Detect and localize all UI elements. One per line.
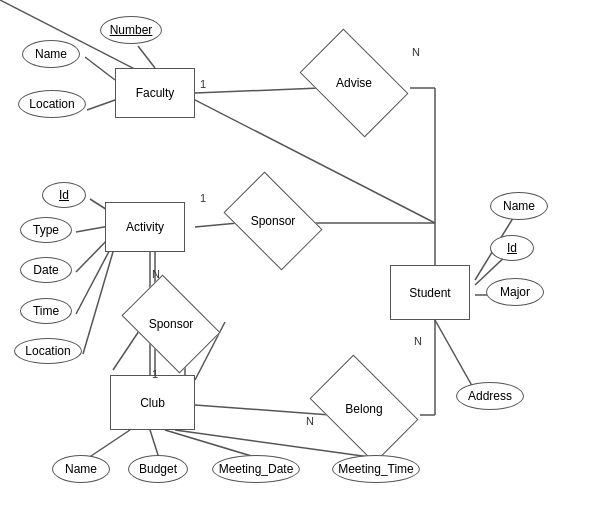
activity-label: Activity	[126, 220, 164, 234]
activity-location-ellipse: Location	[14, 338, 82, 364]
activity-type-ellipse: Type	[20, 217, 72, 243]
cardinality-n-club-belong: N	[306, 415, 314, 427]
svg-line-11	[83, 245, 115, 354]
club-name-label: Name	[65, 462, 97, 476]
activity-date-ellipse: Date	[20, 257, 72, 283]
faculty-location-ellipse: Location	[18, 90, 86, 118]
club-budget-ellipse: Budget	[128, 455, 188, 483]
sponsor-diamond-1-label: Sponsor	[251, 214, 296, 228]
svg-line-1	[85, 57, 115, 80]
svg-line-3	[195, 88, 320, 93]
club-meeting-date-label: Meeting_Date	[219, 462, 294, 476]
cardinality-1-faculty-advise: 1	[200, 78, 206, 90]
cardinality-1-activity-sponsor: 1	[200, 192, 206, 204]
faculty-number-label: Number	[110, 23, 153, 37]
sponsor-diamond-2-label: Sponsor	[149, 317, 194, 331]
student-id-ellipse: Id	[490, 235, 534, 261]
sponsor-diamond-2: Sponsor	[130, 295, 212, 353]
activity-id-ellipse: Id	[42, 182, 86, 208]
faculty-name-ellipse: Name	[22, 40, 80, 68]
activity-time-ellipse: Time	[20, 298, 72, 324]
faculty-label: Faculty	[136, 86, 175, 100]
student-major-ellipse: Major	[486, 278, 544, 306]
student-address-label: Address	[468, 389, 512, 403]
student-id-label: Id	[507, 241, 517, 255]
faculty-name-label: Name	[35, 47, 67, 61]
belong-label: Belong	[345, 402, 382, 416]
club-meeting-date-ellipse: Meeting_Date	[212, 455, 300, 483]
activity-entity: Activity	[105, 202, 185, 252]
student-entity: Student	[390, 265, 470, 320]
cardinality-1-sponsor-club: 1	[152, 368, 158, 380]
faculty-entity: Faculty	[115, 68, 195, 118]
faculty-location-label: Location	[29, 97, 74, 111]
student-major-label: Major	[500, 285, 530, 299]
activity-date-label: Date	[33, 263, 58, 277]
svg-line-18	[165, 430, 258, 458]
activity-id-label: Id	[59, 188, 69, 202]
faculty-number-ellipse: Number	[100, 16, 162, 44]
activity-time-label: Time	[33, 304, 59, 318]
cardinality-n-advise-student: N	[412, 46, 420, 58]
advise-label: Advise	[336, 76, 372, 90]
sponsor-diamond-1: Sponsor	[232, 192, 314, 250]
club-entity: Club	[110, 375, 195, 430]
club-name-ellipse: Name	[52, 455, 110, 483]
cardinality-n-sponsor-club: N	[152, 268, 160, 280]
activity-type-label: Type	[33, 223, 59, 237]
club-budget-label: Budget	[139, 462, 177, 476]
belong-diamond: Belong	[318, 378, 410, 440]
svg-line-20	[195, 405, 330, 415]
cardinality-n-student-belong: N	[414, 335, 422, 347]
club-meeting-time-ellipse: Meeting_Time	[332, 455, 420, 483]
advise-diamond: Advise	[308, 52, 400, 114]
student-name-label: Name	[503, 199, 535, 213]
student-name-ellipse: Name	[490, 192, 548, 220]
activity-location-label: Location	[25, 344, 70, 358]
club-meeting-time-label: Meeting_Time	[338, 462, 414, 476]
student-address-ellipse: Address	[456, 382, 524, 410]
student-label: Student	[409, 286, 450, 300]
svg-line-0	[138, 46, 155, 68]
svg-line-17	[150, 430, 159, 458]
club-label: Club	[140, 396, 165, 410]
svg-line-16	[88, 430, 130, 458]
connection-lines	[0, 0, 591, 523]
er-diagram: Faculty Activity Club Student Advise Spo…	[0, 0, 591, 523]
svg-line-2	[87, 100, 115, 110]
